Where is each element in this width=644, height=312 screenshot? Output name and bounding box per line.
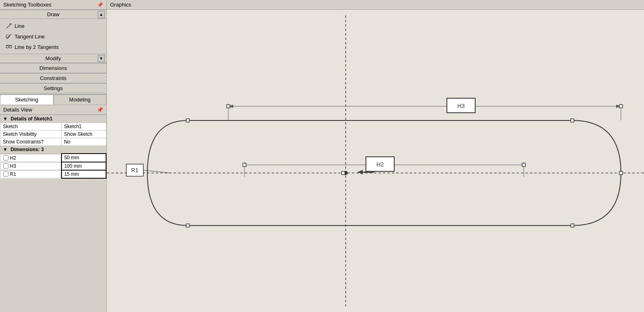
svg-rect-22 [227,105,230,108]
dimensions-collapse-icon[interactable]: ▼ [3,147,8,152]
dim-row-R1: R1 15 mm [0,170,106,178]
dimensions-section-header: ▼ Dimensions: 3 [0,146,106,154]
graphics-header: Graphics [107,0,644,10]
details-view-panel: Details View 📌 ▼ Details of Sketch1 Sket… [0,105,106,312]
svg-rect-12 [571,119,574,122]
svg-rect-13 [186,224,189,227]
constraints-button[interactable]: Constraints [0,73,106,83]
modify-arrow[interactable]: ▼ [98,55,105,62]
dim-label-H2: H2 [10,155,16,161]
collapse-icon[interactable]: ▼ [3,116,8,122]
dim-row-H3: H3 100 mm [0,162,106,170]
line-by-2-tangents-icon [5,43,13,51]
dim-value-H2[interactable]: 50 mm [62,154,106,162]
draw-label: Draw [47,11,59,17]
line-icon [5,22,13,30]
dim-value-H3[interactable]: 100 mm [62,162,106,170]
details-section-title: Details of Sketch1 [11,116,52,122]
detail-row-sketch: Sketch Sketch1 [0,123,106,131]
sketch-drawing: H3 H2 R1 [107,10,644,312]
details-view-header: Details View 📌 [0,105,106,115]
svg-text:R1: R1 [131,167,138,173]
modify-section-bar[interactable]: Modify ▼ [0,54,106,63]
dim-checkbox-H3[interactable] [3,163,9,169]
detail-row-visibility: Sketch Visibility Show Sketch [0,131,106,138]
dim-cell-H2-label: H2 [0,154,61,162]
mode-tabs: Sketching Modeling [0,94,106,105]
tangent-line-icon [5,32,13,40]
svg-point-4 [6,46,9,48]
svg-text:H2: H2 [376,161,384,168]
detail-label-constraints: Show Constraints? [0,138,62,146]
detail-value-visibility: Show Sketch [62,131,106,138]
svg-text:H3: H3 [457,103,465,109]
details-pin-icon[interactable]: 📌 [97,107,103,113]
svg-rect-30 [522,163,525,167]
draw-section-bar[interactable]: Draw ▲ [0,10,106,19]
toolboxes-header: Sketching Toolboxes 📌 [0,0,106,10]
details-table: ▼ Details of Sketch1 Sketch Sketch1 Sket… [0,115,106,179]
svg-rect-23 [619,105,623,108]
dim-label-H3: H3 [10,163,16,169]
dim-checkbox-R1[interactable] [3,171,9,177]
detail-value-sketch: Sketch1 [62,123,106,131]
svg-point-5 [9,46,12,48]
toolboxes-title: Sketching Toolboxes [3,2,51,8]
draw-tools-list: Line Tangent Line Line by 2 Tangents [0,19,106,54]
svg-rect-11 [186,119,189,122]
details-view-title: Details View [3,107,32,113]
graphics-title: Graphics [110,2,131,8]
dimensions-section-title: Dimensions: 3 [11,147,44,152]
svg-rect-36 [619,171,623,175]
dim-checkbox-H2[interactable] [3,155,9,160]
svg-rect-35 [342,171,345,175]
tool-tangent-line-label: Tangent Line [15,34,45,40]
dimensions-button[interactable]: Dimensions [0,63,106,73]
svg-rect-14 [571,224,574,227]
tool-line[interactable]: Line [3,21,103,31]
tool-line-by-2-tangents[interactable]: Line by 2 Tangents [3,42,103,52]
detail-label-visibility: Sketch Visibility [0,131,62,138]
modify-label: Modify [45,55,61,61]
detail-label-sketch: Sketch [0,123,62,131]
svg-marker-38 [358,170,363,175]
tool-line-label: Line [15,23,25,29]
right-panel: Graphics [107,0,644,312]
settings-button[interactable]: Settings [0,83,106,93]
pin-icon[interactable]: 📌 [97,2,103,8]
tab-modeling[interactable]: Modeling [53,95,107,105]
dim-row-H2: H2 50 mm [0,154,106,162]
left-panel: Sketching Toolboxes 📌 Draw ▲ Line Tangen… [0,0,107,312]
dim-label-R1: R1 [10,171,16,177]
svg-rect-29 [243,163,246,167]
tool-line-by-2-tangents-label: Line by 2 Tangents [15,44,59,50]
dim-cell-R1-label: R1 [0,170,61,178]
tool-tangent-line[interactable]: Tangent Line [3,31,103,42]
tab-sketching[interactable]: Sketching [0,95,53,105]
draw-scroll-up[interactable]: ▲ [98,11,105,18]
graphics-canvas[interactable]: H3 H2 R1 [107,10,644,312]
dim-value-R1[interactable]: 15 mm [62,170,106,178]
detail-value-constraints: No [62,138,106,146]
detail-row-constraints: Show Constraints? No [0,138,106,146]
details-section-header: ▼ Details of Sketch1 [0,115,106,123]
dim-cell-H3-label: H3 [0,162,61,170]
